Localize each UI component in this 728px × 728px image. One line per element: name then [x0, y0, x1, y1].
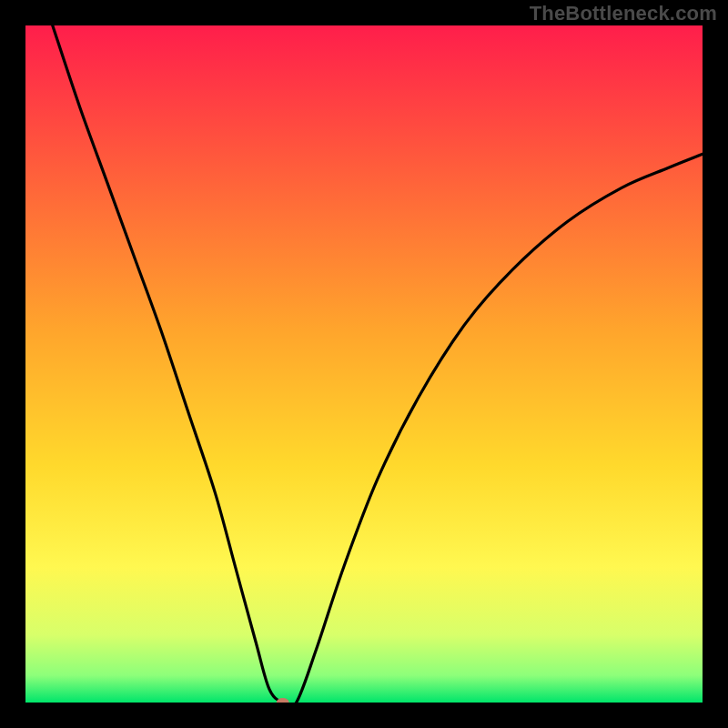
bottleneck-chart	[25, 25, 703, 703]
chart-frame: TheBottleneck.com	[0, 0, 728, 728]
plot-area	[25, 25, 703, 703]
watermark-label: TheBottleneck.com	[530, 2, 717, 25]
gradient-background	[25, 25, 703, 703]
